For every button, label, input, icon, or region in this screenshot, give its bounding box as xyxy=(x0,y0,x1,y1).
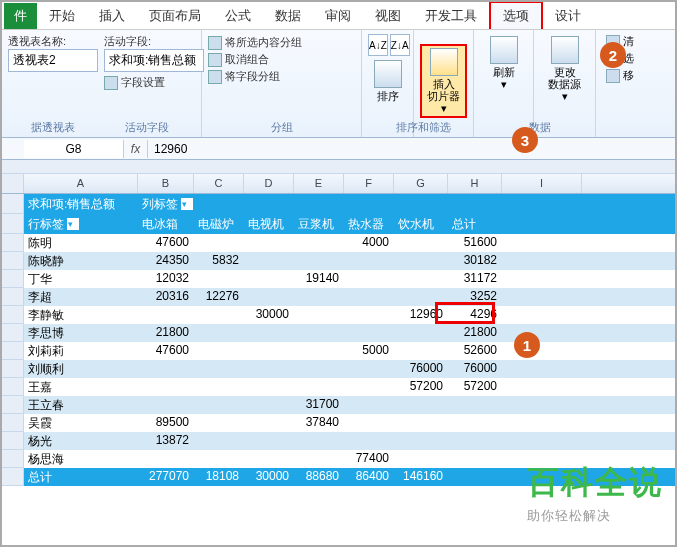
annotation-3: 3 xyxy=(512,127,538,153)
table-row[interactable]: 丁华120321914031172 xyxy=(2,270,675,288)
watermark-sub: 助你轻松解决 xyxy=(527,507,663,525)
group-label-active: 活动字段 xyxy=(98,118,195,135)
table-row[interactable]: 刘顺利7600076000 xyxy=(2,360,675,378)
active-field-label: 活动字段: xyxy=(104,34,204,49)
group-active-field: 透视表名称: 透视表2 活动字段: 求和项:销售总额 字段设置 据透视表 活动字… xyxy=(2,30,202,137)
group-label-sort: 排序和筛选 xyxy=(368,118,478,135)
grid-body: 求和项:销售总额 列标签 行标签 电冰箱 电磁炉 电视机 豆浆机 热水器 饮水机… xyxy=(2,194,675,486)
col-E[interactable]: E xyxy=(294,174,344,193)
group-icon xyxy=(208,36,222,50)
tab-review[interactable]: 审阅 xyxy=(313,3,363,29)
table-row[interactable]: 李超20316122763252 xyxy=(2,288,675,306)
slicer-icon xyxy=(430,48,458,76)
col-C[interactable]: C xyxy=(194,174,244,193)
tab-design[interactable]: 设计 xyxy=(543,3,593,29)
refresh-button[interactable]: 刷新▾ xyxy=(480,34,527,92)
row-labels[interactable]: 行标签 xyxy=(24,214,138,234)
col-B[interactable]: B xyxy=(138,174,194,193)
column-headers: A B C D E F G H I xyxy=(2,174,675,194)
refresh-icon xyxy=(490,36,518,64)
ungroup-icon xyxy=(208,53,222,67)
col-D[interactable]: D xyxy=(244,174,294,193)
table-row[interactable]: 李静敏30000129604296 xyxy=(2,306,675,324)
tab-view[interactable]: 视图 xyxy=(363,3,413,29)
group-label-pt: 据透视表 xyxy=(8,118,98,135)
col-F[interactable]: F xyxy=(344,174,394,193)
formula-bar: G8 fx 12960 xyxy=(2,138,675,160)
name-box[interactable]: G8 xyxy=(24,140,124,158)
sort-asc-button[interactable]: A↓Z xyxy=(368,34,388,56)
sort-desc-button[interactable]: Z↓A xyxy=(390,34,410,56)
annotation-2: 2 xyxy=(600,42,626,68)
pivot-header-1: 求和项:销售总额 列标签 xyxy=(2,194,675,214)
fx-icon[interactable]: fx xyxy=(124,140,148,158)
group-label-grouping: 分组 xyxy=(208,118,355,135)
annotation-1: 1 xyxy=(514,332,540,358)
group-field-button[interactable]: 将字段分组 xyxy=(208,68,355,85)
watermark: 百科全说 助你轻松解决 xyxy=(527,461,663,525)
ribbon: 透视表名称: 透视表2 活动字段: 求和项:销售总额 字段设置 据透视表 活动字… xyxy=(2,30,675,138)
tab-insert[interactable]: 插入 xyxy=(87,3,137,29)
group-selection-button[interactable]: 将所选内容分组 xyxy=(208,34,355,51)
col-G[interactable]: G xyxy=(394,174,448,193)
sum-label: 求和项:销售总额 xyxy=(24,194,138,214)
table-row[interactable]: 王立春31700 xyxy=(2,396,675,414)
sort-icon xyxy=(374,60,402,88)
table-row[interactable]: 李思博2180021800 xyxy=(2,324,675,342)
dropdown-icon[interactable] xyxy=(67,218,79,230)
col-H[interactable]: H xyxy=(448,174,502,193)
dropdown-icon[interactable] xyxy=(181,198,193,210)
formula-value[interactable]: 12960 xyxy=(148,140,675,158)
spreadsheet-grid[interactable]: A B C D E F G H I 求和项:销售总额 列标签 行标签 电冰箱 电… xyxy=(2,174,675,486)
tab-formula[interactable]: 公式 xyxy=(213,3,263,29)
group-slicer: 插入切片器 ▾ 排序和筛选 xyxy=(414,30,474,137)
move-icon xyxy=(606,69,620,83)
pivot-header-2: 行标签 电冰箱 电磁炉 电视机 豆浆机 热水器 饮水机 总计 xyxy=(2,214,675,234)
pt-name-label: 透视表名称: xyxy=(8,34,98,49)
ribbon-tabs: 件 开始 插入 页面布局 公式 数据 审阅 视图 开发工具 选项 设计 xyxy=(2,2,675,30)
tab-layout[interactable]: 页面布局 xyxy=(137,3,213,29)
tab-option[interactable]: 选项 xyxy=(489,1,543,29)
field-settings-icon xyxy=(104,76,118,90)
table-row[interactable]: 杨光13872 xyxy=(2,432,675,450)
field-settings-button[interactable]: 字段设置 xyxy=(104,74,195,91)
tab-file[interactable]: 件 xyxy=(4,3,37,29)
move-button[interactable]: 移 xyxy=(606,68,669,83)
table-row[interactable]: 刘莉莉47600500052600 xyxy=(2,342,675,360)
col-labels[interactable]: 列标签 xyxy=(138,194,194,214)
col-A[interactable]: A xyxy=(24,174,138,193)
ungroup-button[interactable]: 取消组合 xyxy=(208,51,355,68)
sort-button[interactable]: 排序 xyxy=(368,58,407,104)
tab-data[interactable]: 数据 xyxy=(263,3,313,29)
col-I[interactable]: I xyxy=(502,174,582,193)
pt-name-box[interactable]: 透视表2 xyxy=(8,49,98,72)
group-field-icon xyxy=(208,70,222,84)
table-row[interactable]: 王嘉5720057200 xyxy=(2,378,675,396)
table-row[interactable]: 陈明47600400051600 xyxy=(2,234,675,252)
table-row[interactable]: 陈晓静24350583230182 xyxy=(2,252,675,270)
group-label-data: 数据 xyxy=(480,118,600,135)
datasource-icon xyxy=(551,36,579,64)
group-datasource: 更改数据源 ▾ 数据 xyxy=(534,30,596,137)
tab-start[interactable]: 开始 xyxy=(37,3,87,29)
group-grouping: 将所选内容分组 取消组合 将字段分组 分组 xyxy=(202,30,362,137)
insert-slicer-button[interactable]: 插入切片器 ▾ xyxy=(420,44,467,118)
active-field-box[interactable]: 求和项:销售总额 xyxy=(104,49,204,72)
bar-spacer xyxy=(2,160,675,174)
tab-dev[interactable]: 开发工具 xyxy=(413,3,489,29)
watermark-title: 百科全说 xyxy=(527,461,663,505)
table-row[interactable]: 吴霞8950037840 xyxy=(2,414,675,432)
change-source-button[interactable]: 更改数据源 ▾ xyxy=(540,34,589,104)
